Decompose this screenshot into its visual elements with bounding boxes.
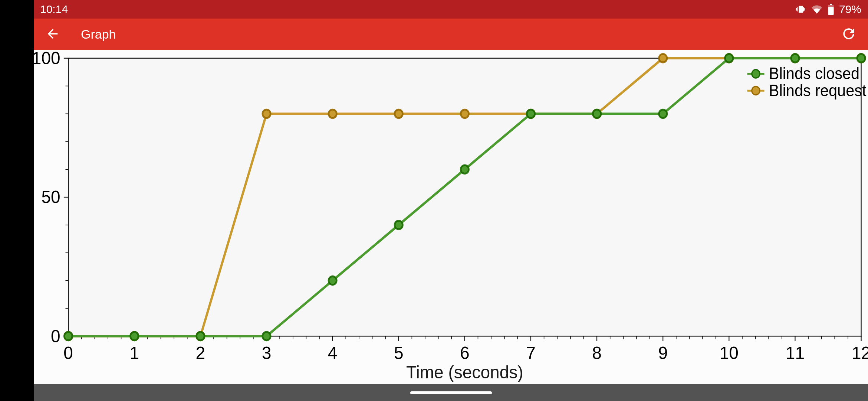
svg-point-120 [752, 69, 760, 78]
status-icons: 79% [795, 3, 861, 16]
svg-text:4: 4 [328, 343, 338, 363]
app-bar: Graph [34, 19, 868, 50]
svg-text:0: 0 [51, 326, 60, 346]
svg-text:10: 10 [720, 343, 739, 363]
svg-text:8: 8 [592, 343, 602, 363]
vibrate-icon [795, 4, 806, 14]
svg-point-106 [64, 332, 72, 340]
battery-percent: 79% [839, 3, 861, 16]
home-indicator[interactable] [410, 391, 492, 394]
svg-point-96 [263, 110, 270, 118]
svg-point-122 [752, 87, 760, 95]
svg-point-109 [263, 332, 270, 340]
svg-text:1: 1 [129, 343, 139, 363]
battery-icon [827, 4, 835, 15]
refresh-button[interactable] [838, 23, 860, 46]
svg-point-116 [725, 54, 733, 62]
svg-text:12: 12 [852, 343, 868, 363]
svg-text:Time (seconds): Time (seconds) [406, 362, 523, 382]
svg-point-117 [791, 54, 799, 62]
svg-text:3: 3 [262, 343, 272, 363]
svg-point-102 [659, 54, 667, 62]
status-bar: 10:14 79% [34, 0, 868, 19]
legend-entry: Blinds request [769, 81, 867, 100]
svg-text:6: 6 [460, 343, 470, 363]
svg-text:0: 0 [63, 343, 73, 363]
refresh-icon [841, 26, 857, 42]
svg-point-113 [527, 110, 535, 118]
legend-entry: Blinds closed [769, 64, 859, 82]
svg-text:2: 2 [196, 343, 206, 363]
svg-point-110 [329, 276, 336, 285]
svg-point-98 [395, 110, 402, 118]
svg-point-115 [659, 110, 667, 118]
svg-point-112 [461, 165, 468, 174]
chart-area[interactable]: 0501000123456789101112Time (seconds)Blin… [34, 50, 868, 384]
camera-cutout-strip [0, 0, 34, 401]
back-button[interactable] [42, 23, 63, 45]
svg-point-118 [857, 54, 865, 62]
status-time: 10:14 [40, 3, 68, 16]
arrow-left-icon [45, 26, 60, 41]
svg-rect-2 [828, 7, 834, 15]
svg-text:5: 5 [394, 343, 404, 363]
svg-point-107 [131, 332, 138, 340]
svg-rect-3 [68, 58, 861, 336]
svg-point-99 [461, 110, 468, 118]
svg-text:9: 9 [658, 343, 668, 363]
page-title: Graph [81, 27, 116, 42]
root: 10:14 79% Graph [0, 0, 868, 401]
content: 10:14 79% Graph [34, 0, 868, 401]
chart-svg: 0501000123456789101112Time (seconds)Blin… [34, 50, 868, 384]
svg-text:100: 100 [34, 50, 60, 68]
svg-text:50: 50 [41, 187, 60, 207]
svg-point-97 [329, 110, 336, 118]
svg-rect-0 [830, 4, 832, 5]
wifi-icon [811, 4, 823, 14]
svg-text:7: 7 [526, 343, 536, 363]
nav-bar [34, 384, 868, 401]
svg-point-114 [593, 110, 601, 118]
svg-point-108 [197, 332, 204, 340]
svg-point-111 [395, 221, 402, 229]
svg-text:11: 11 [786, 343, 805, 363]
